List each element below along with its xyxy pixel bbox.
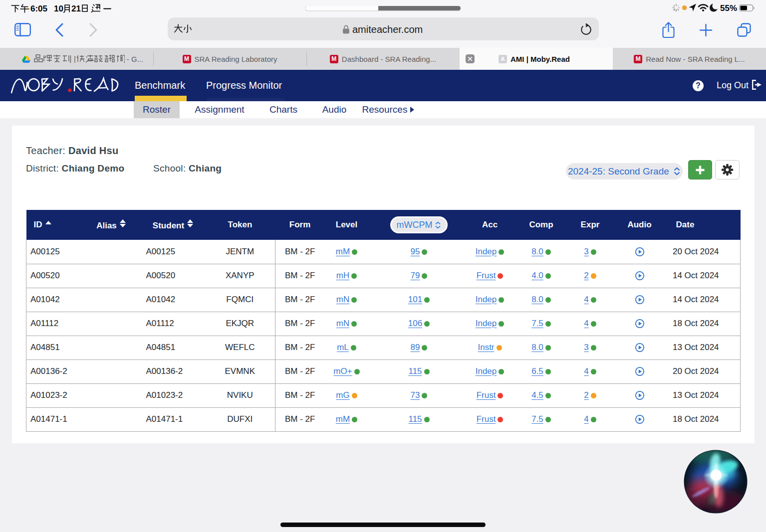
svg-text:10: 10 [54, 4, 63, 13]
svg-text:55%: 55% [720, 3, 737, 13]
svg-text:|: | [74, 54, 76, 63]
svg-text:6:05: 6:05 [30, 4, 47, 13]
svg-text:21: 21 [71, 4, 81, 13]
